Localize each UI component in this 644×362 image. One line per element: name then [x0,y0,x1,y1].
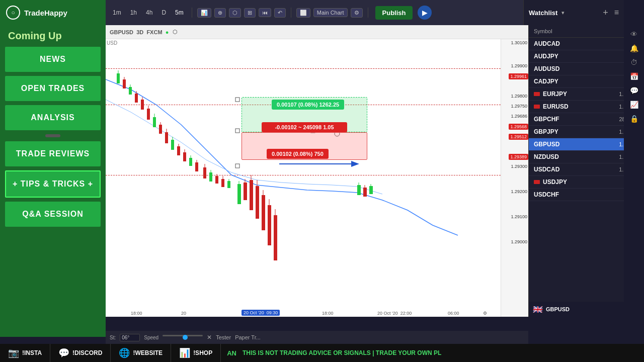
social-discord[interactable]: 💬 !DISCORD [50,344,111,362]
shop-label: !SHOP [193,349,212,356]
time-label-1: 18:00 [131,311,142,316]
price-9: 1.29000 [511,239,527,244]
insta-icon: 📷 [8,347,19,358]
gbpusd-flag-icon: 🇬🇧 [533,305,543,314]
symbol-usdcad: USDCAD [534,166,619,173]
tf-d[interactable]: D [158,8,169,17]
watchlist-dropdown-icon[interactable]: ▾ [561,10,565,16]
trade-box-profit[interactable]: 0.00107 (0.08%) 1262.25 [272,100,344,110]
symbol-nzdusd: NZDUSD [534,153,619,160]
active-symbol-label: GBPUSD [546,306,570,312]
symbol-gbpjpy: GBPJPY [534,128,619,135]
symbol-cadjpy: CADJPY [534,78,639,85]
indicators-btn[interactable]: ⬡ [229,8,241,18]
trade-box-mid[interactable]: -0.00102 ~ 245098 1.05 [262,122,347,132]
open-trades-button[interactable]: OPEN TRADES [5,76,101,101]
sep1 [192,8,192,18]
settings-icon-chart[interactable]: ⚙ [483,311,487,316]
undo-btn[interactable]: ↶ [274,8,286,18]
discord-label: !DISCORD [72,349,102,356]
price-highlight-4: 1.29389 [509,154,528,160]
price-5: 1.29686 [511,114,527,119]
ri-clock-icon[interactable]: ⏱ [630,58,637,66]
tester-bar: St: Speed ✕ Tester Paper Tr... [106,331,528,344]
analysis-button[interactable]: ANALYSIS [5,105,101,130]
symbol-usdchf: USDCHF [534,191,639,198]
templates-btn[interactable]: ⊞ [244,8,256,18]
symbol-col-label: Symbol [534,28,552,34]
time-label-2: 20 [181,311,186,316]
tf-4h[interactable]: 4h [143,8,155,17]
price-axis: 1.30100 1.29900 1.29961 1.29800 1.29750 … [501,39,528,317]
price-6: 1.29300 [511,164,527,169]
price-highlight-3: 1.29512 [509,134,528,140]
trade-box-loss[interactable]: 0.00102 (0.08%) 750 [267,149,329,159]
chart-type-btn[interactable]: 📊 [197,8,211,18]
chart-scale-btn[interactable]: ⬡ [171,28,180,36]
watchlist-header: Watchlist ▾ + ≡ [523,0,624,25]
logo-text: TradeHappy [24,9,67,17]
trade-reviews-button[interactable]: TRADE REVIEWS [5,141,101,166]
shop-icon: 📊 [179,347,190,358]
social-website[interactable]: 🌐 !WEBSITE [111,344,171,362]
symbol-gbpchf: GBPCHF [534,116,619,123]
paper-label: Paper Tr... [235,334,261,340]
watchlist-title: Watchlist [529,9,557,17]
tester-close-btn[interactable]: ✕ [207,334,212,341]
time-label-highlight-1: 20 Oct '20 09:30 [242,310,280,316]
coming-up-label: Coming Up [0,25,106,45]
tips-tricks-button[interactable]: TIPS & TRICKS [5,170,101,198]
price-1: 1.30100 [511,40,527,45]
price-2: 1.29900 [511,63,527,68]
flag-usdjpy [534,180,540,184]
time-label-4: 06:00 [448,311,459,316]
sep3 [368,8,368,18]
replay-btn[interactable]: ⏮ [259,8,271,17]
ri-chart-icon[interactable]: 📈 [630,101,638,109]
speed-slider-container[interactable] [163,335,203,340]
ri-alert-icon[interactable]: 🔔 [630,44,638,52]
ticker-text: THIS IS NOT TRADING ADVICE OR SIGNALS | … [243,349,644,356]
tf-1m[interactable]: 1m [110,8,124,17]
fullscreen-btn[interactable]: ⬜ [296,8,310,18]
social-shop[interactable]: 📊 !SHOP [171,344,221,362]
svg-rect-61 [235,164,239,168]
publish-button[interactable]: Publish [375,6,413,20]
price-highlight-2: 1.29568 [509,124,528,130]
tf-5m[interactable]: 5m [172,8,187,17]
ri-lock-icon[interactable]: 🔒 [630,115,638,123]
toolbar: 1m 1h 4h D 5m 📊 ⊕ ⬡ ⊞ ⏮ ↶ ⬜ Main Chart ⚙… [106,0,523,25]
watchlist-add-button[interactable]: + [603,8,608,18]
price-7: 1.29200 [511,189,527,194]
speed-slider-thumb[interactable] [183,335,188,340]
ri-calendar-icon[interactable]: 📅 [630,72,638,80]
flag-eurusd [534,105,540,109]
news-button[interactable]: NEWS [5,47,101,72]
symbol-eurjpy: EURJPY [543,90,619,98]
sep2 [291,8,291,18]
header: ○ TradeHappy 1m 1h 4h D 5m 📊 ⊕ ⬡ ⊞ ⏮ ↶ ⬜… [0,0,644,25]
tester-label: Tester [216,334,231,340]
chart-style-btn[interactable]: ⊕ [214,8,226,18]
social-insta[interactable]: 📷 !INSTA [0,344,50,362]
qa-session-button[interactable]: Q&A SESSION [5,202,101,227]
main-chart-btn[interactable]: Main Chart [313,8,348,17]
price-highlight-1: 1.29961 [509,73,528,79]
chart-canvas[interactable]: USD [106,39,528,317]
price-4: 1.29750 [511,104,527,109]
logo-area: ○ TradeHappy [0,0,106,25]
st-input[interactable] [120,334,140,341]
tf-1h[interactable]: 1h [127,8,140,17]
publish-play-icon[interactable]: ▶ [418,6,432,20]
symbol-audcad: AUDCAD [534,40,639,47]
website-icon: 🌐 [119,347,130,358]
speed-label: Speed [144,335,158,340]
symbol-gbpusd: GBPUSD [534,141,619,148]
ri-chat-icon[interactable]: 💬 [630,86,638,95]
svg-rect-60 [235,129,239,133]
settings-btn[interactable]: ⚙ [351,8,363,18]
price-3: 1.29800 [511,94,527,99]
ri-watch-icon[interactable]: 👁 [630,30,637,38]
logo-icon: ○ [6,6,20,20]
watchlist-menu-icon[interactable]: ≡ [614,8,619,17]
